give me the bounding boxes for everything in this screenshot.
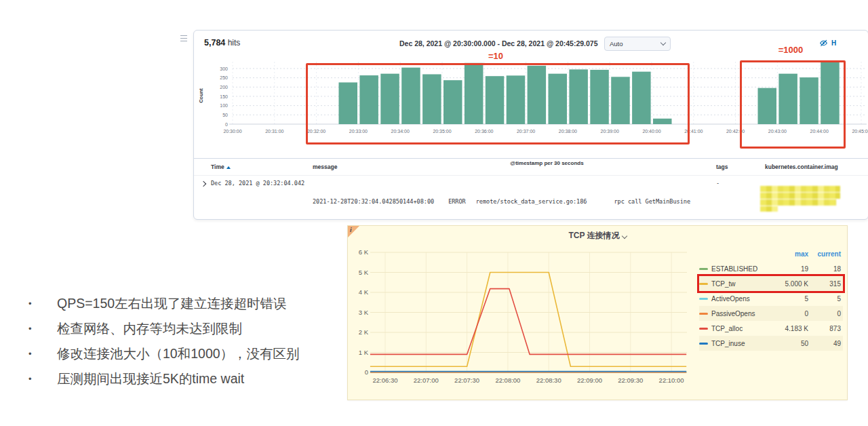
documents-table: Time message tags kubernetes.container.i… (194, 158, 868, 220)
row-time-cell: Dec 28, 2021 @ 20:32:04.042 (211, 180, 304, 187)
sort-ascending-icon (226, 166, 231, 169)
note-text: 修改连接池大小（10和1000），没有区别 (57, 345, 300, 363)
annotation-box-pool10 (306, 63, 690, 144)
log-timestamp: 2021-12-28T20:32:04.042850144+08:00 (313, 198, 434, 205)
legend-header: max current (699, 246, 843, 261)
series-name[interactable]: ActiveOpens (711, 295, 770, 303)
drag-handle-icon[interactable] (180, 35, 187, 43)
log-level: ERROR (448, 198, 466, 205)
interval-select-value: Auto (610, 40, 623, 47)
svg-text:0: 0 (225, 122, 228, 127)
hits-number: 5,784 (204, 38, 225, 47)
log-source: remote/stock_data_service.go:186 (476, 198, 587, 205)
tcp-connections-chart[interactable]: 22:06:3022:07:0022:07:3022:08:0022:08:30… (348, 226, 701, 393)
column-header-tags[interactable]: tags (716, 163, 728, 170)
series-max-value: 19 (770, 265, 808, 273)
date-range[interactable]: Dec 28, 2021 @ 20:30:00.000 - Dec 28, 20… (399, 39, 598, 47)
bullet-icon: • (28, 298, 57, 309)
expand-row-icon[interactable] (201, 181, 206, 187)
series-max-value: 5 (770, 295, 808, 303)
bullet-icon: • (28, 324, 57, 334)
series-color-dash (699, 313, 708, 315)
note-item: •检查网络、内存等均未达到限制 (28, 316, 354, 341)
svg-text:22:09:00: 22:09:00 (577, 376, 602, 384)
redacted-image-value (760, 186, 840, 212)
legend-row-ESTABLISHED[interactable]: ESTABLISHED1918 (699, 261, 843, 276)
column-header-time-label: Time (211, 163, 224, 170)
svg-text:22:06:30: 22:06:30 (373, 376, 398, 384)
series-name[interactable]: ESTABLISHED (711, 265, 770, 273)
svg-text:5 K: 5 K (359, 269, 369, 276)
svg-text:2 K: 2 K (359, 328, 369, 336)
kibana-discover-panel: 5,784 hits Dec 28, 2021 @ 20:30:00.000 -… (193, 30, 868, 220)
series-name[interactable]: PassiveOpens (711, 310, 770, 317)
svg-text:200: 200 (220, 85, 228, 90)
svg-text:6 K: 6 K (359, 248, 369, 256)
svg-text:22:07:30: 22:07:30 (454, 376, 479, 384)
series-current-value: 18 (808, 265, 841, 273)
interval-select[interactable]: Auto (604, 37, 671, 51)
series-name[interactable]: TCP_alloc (711, 325, 770, 332)
svg-text:50: 50 (222, 113, 228, 117)
note-item: •修改连接池大小（10和1000），没有区别 (28, 341, 354, 366)
series-max-value: 0 (770, 310, 808, 317)
svg-text:Count: Count (198, 88, 204, 103)
svg-text:20:45:00: 20:45:00 (852, 129, 868, 134)
series-color-dash (699, 283, 708, 285)
notes-list: •QPS=150左右出现了建立连接超时错误 •检查网络、内存等均未达到限制 •修… (28, 291, 354, 391)
chevron-down-icon (660, 40, 666, 45)
note-item: •压测期间出现接近5K的time wait (28, 366, 354, 391)
legend-max-header[interactable]: max (770, 250, 808, 258)
series-current-value: 5 (808, 295, 841, 303)
series-max-value: 50 (770, 340, 808, 347)
svg-text:1 K: 1 K (359, 349, 369, 356)
note-text: QPS=150左右出现了建立连接超时错误 (57, 294, 287, 313)
header-divider (194, 175, 868, 176)
series-current-value: 0 (808, 310, 841, 317)
svg-text:250: 250 (220, 75, 228, 80)
annotation-label-pool10: =10 (306, 51, 686, 61)
svg-text:20:30:00: 20:30:00 (223, 129, 241, 134)
column-header-k8s-image[interactable]: kubernetes.container.imag (765, 163, 838, 170)
svg-text:150: 150 (220, 94, 228, 99)
tcp-legend: max current ESTABLISHED1918TCP_tw5.000 K… (699, 246, 843, 351)
svg-text:22:07:00: 22:07:00 (414, 376, 439, 384)
series-name[interactable]: TCP_tw (711, 280, 770, 288)
column-header-time[interactable]: Time (211, 163, 231, 170)
series-color-dash (699, 328, 708, 330)
legend-row-TCP_tw[interactable]: TCP_tw5.000 K315 (699, 276, 843, 291)
legend-row-TCP_alloc[interactable]: TCP_alloc4.183 K873 (699, 321, 843, 336)
series-color-dash (699, 343, 708, 345)
svg-text:100: 100 (220, 103, 228, 108)
log-text-1: rpc call GetMainBusine (614, 198, 690, 205)
legend-current-header[interactable]: current (808, 250, 841, 258)
series-name[interactable]: TCP_inuse (711, 340, 770, 347)
legend-row-TCP_inuse[interactable]: TCP_inuse5049 (699, 336, 843, 351)
series-current-value: 315 (808, 280, 841, 288)
bullet-icon: • (28, 349, 57, 359)
legend-row-ActiveOpens[interactable]: ActiveOpens55 (699, 291, 843, 306)
svg-text:22:08:30: 22:08:30 (536, 376, 561, 384)
series-color-dash (699, 298, 708, 300)
hits-label: hits (228, 38, 241, 47)
hits-count: 5,784 hits (204, 38, 240, 47)
svg-text:20:31:00: 20:31:00 (265, 129, 283, 134)
series-current-value: 49 (808, 340, 841, 347)
bullet-icon: • (28, 374, 57, 384)
svg-text:4 K: 4 K (359, 288, 369, 296)
message-line1: 2021-12-28T20:32:04.042850144+08:00ERROR… (313, 197, 706, 206)
column-header-message[interactable]: message (313, 163, 337, 170)
series-max-value: 5.000 K (770, 280, 808, 288)
legend-row-PassiveOpens[interactable]: PassiveOpens00 (699, 306, 843, 321)
note-item: •QPS=150左右出现了建立连接超时错误 (28, 291, 354, 316)
series-max-value: 4.183 K (770, 325, 808, 332)
note-text: 检查网络、内存等均未达到限制 (57, 320, 242, 338)
svg-text:3 K: 3 K (359, 309, 369, 316)
note-text: 压测期间出现接近5K的time wait (57, 370, 244, 388)
series-current-value: 873 (808, 325, 841, 332)
svg-text:22:08:00: 22:08:00 (495, 376, 520, 384)
slide-canvas: 5,784 hits Dec 28, 2021 @ 20:30:00.000 -… (0, 0, 868, 426)
grafana-tcp-panel: i TCP 连接情况 22:06:3022:07:0022:07:3022:08… (347, 225, 848, 400)
svg-text:0: 0 (365, 368, 368, 376)
svg-text:22:09:30: 22:09:30 (618, 376, 643, 384)
